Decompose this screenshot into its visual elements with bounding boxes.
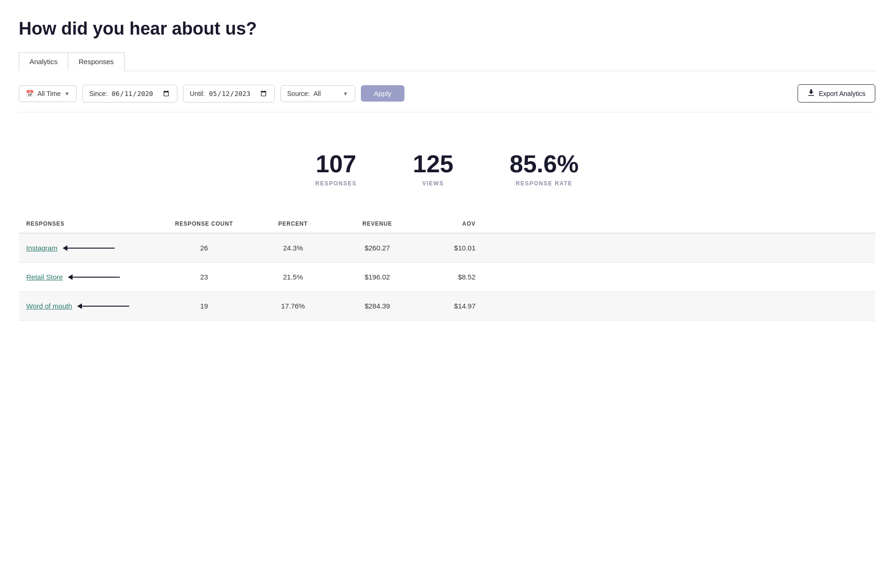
until-label: Until: <box>190 90 205 97</box>
percent-retail-store: 21.5% <box>251 273 335 281</box>
since-date-filter[interactable]: Since: <box>82 85 177 103</box>
tab-analytics[interactable]: Analytics <box>19 52 68 71</box>
response-rate-label: RESPONSE RATE <box>510 180 579 187</box>
response-link-instagram[interactable]: Instagram <box>26 244 58 252</box>
export-label: Export Analytics <box>819 90 865 97</box>
until-date-input[interactable] <box>209 89 268 98</box>
header-response-count: RESPONSE COUNT <box>157 220 251 227</box>
filters-bar: 📅 All Time ▼ Since: Until: Source: All ▼… <box>19 84 875 112</box>
views-label: VIEWS <box>413 180 454 187</box>
apply-button[interactable]: Apply <box>361 85 405 102</box>
revenue-retail-store: $196.02 <box>335 273 419 281</box>
table-row: Retail Store 23 21.5% $196.02 $8.52 <box>19 263 875 292</box>
responses-value: 107 <box>315 151 357 177</box>
revenue-word-of-mouth: $284.39 <box>335 302 419 310</box>
arrow-line-word-of-mouth <box>78 306 129 307</box>
response-cell-retail-store: Retail Store <box>26 273 157 281</box>
aov-instagram: $10.01 <box>419 244 476 252</box>
source-filter[interactable]: Source: All ▼ <box>280 85 355 102</box>
arrow-line-retail-store <box>68 277 120 278</box>
percent-word-of-mouth: 17.76% <box>251 302 335 310</box>
page-title: How did you hear about us? <box>19 19 875 39</box>
table-row: Instagram 26 24.3% $260.27 $10.01 <box>19 234 875 263</box>
response-cell-instagram: Instagram <box>26 244 157 252</box>
percent-instagram: 24.3% <box>251 244 335 252</box>
metrics-row: 107 RESPONSES 125 VIEWS 85.6% RESPONSE R… <box>19 127 875 215</box>
time-range-label: All Time <box>37 90 61 97</box>
since-date-input[interactable] <box>111 89 170 98</box>
metric-responses: 107 RESPONSES <box>315 151 357 187</box>
table-header: RESPONSES RESPONSE COUNT PERCENT REVENUE… <box>19 215 875 234</box>
metric-views: 125 VIEWS <box>413 151 454 187</box>
tabs-bar: Analytics Responses <box>19 52 875 71</box>
bar-arrow-word-of-mouth <box>78 306 129 307</box>
until-date-filter[interactable]: Until: <box>183 85 275 103</box>
count-instagram: 26 <box>157 244 251 252</box>
responses-label: RESPONSES <box>315 180 357 187</box>
response-link-retail-store[interactable]: Retail Store <box>26 273 63 281</box>
table-row: Word of mouth 19 17.76% $284.39 $14.97 <box>19 292 875 321</box>
chevron-down-icon: ▼ <box>343 91 348 96</box>
response-cell-word-of-mouth: Word of mouth <box>26 302 157 310</box>
export-analytics-button[interactable]: Export Analytics <box>798 84 875 103</box>
since-label: Since: <box>89 90 108 97</box>
views-value: 125 <box>413 151 454 177</box>
analytics-table: RESPONSES RESPONSE COUNT PERCENT REVENUE… <box>19 215 875 321</box>
time-range-filter[interactable]: 📅 All Time ▼ <box>19 85 77 102</box>
count-word-of-mouth: 19 <box>157 302 251 310</box>
tab-responses[interactable]: Responses <box>68 52 125 71</box>
response-rate-value: 85.6% <box>510 151 579 177</box>
source-value: All <box>314 90 339 97</box>
chevron-down-icon: ▼ <box>65 91 70 96</box>
header-percent: PERCENT <box>251 220 335 227</box>
bar-arrow-retail-store <box>68 277 120 278</box>
export-download-icon <box>807 89 815 98</box>
response-link-word-of-mouth[interactable]: Word of mouth <box>26 302 72 310</box>
arrow-line-instagram <box>63 248 115 249</box>
header-aov: AOV <box>419 220 476 227</box>
bar-arrow-instagram <box>63 248 115 249</box>
calendar-icon: 📅 <box>26 90 34 97</box>
source-label: Source: <box>287 90 310 97</box>
metric-response-rate: 85.6% RESPONSE RATE <box>510 151 579 187</box>
header-responses: RESPONSES <box>26 220 157 227</box>
aov-retail-store: $8.52 <box>419 273 476 281</box>
revenue-instagram: $260.27 <box>335 244 419 252</box>
count-retail-store: 23 <box>157 273 251 281</box>
aov-word-of-mouth: $14.97 <box>419 302 476 310</box>
header-revenue: REVENUE <box>335 220 419 227</box>
